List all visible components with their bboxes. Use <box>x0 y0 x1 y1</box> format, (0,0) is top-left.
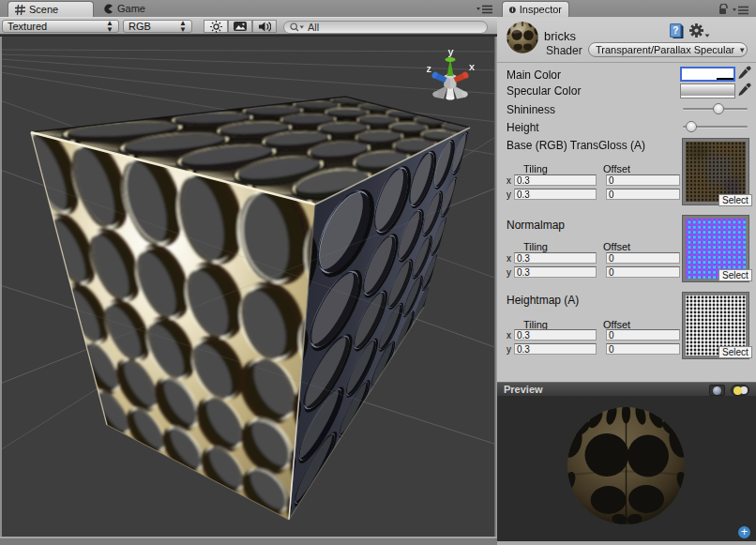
svg-text:z: z <box>427 63 432 74</box>
svg-text:y: y <box>447 46 454 57</box>
svg-text:?: ? <box>673 25 678 36</box>
svg-text:x: x <box>469 61 476 72</box>
